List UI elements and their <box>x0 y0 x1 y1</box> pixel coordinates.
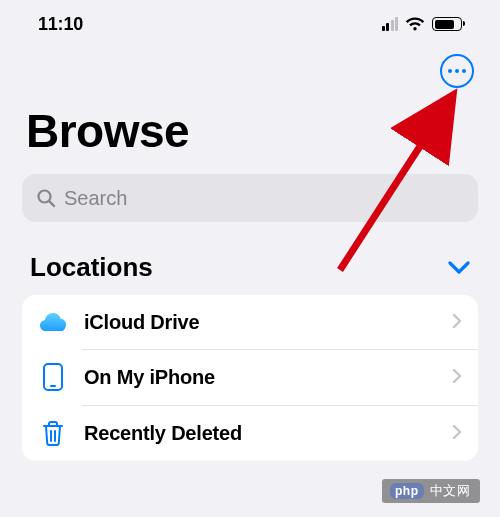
cellular-icon <box>382 17 399 31</box>
svg-line-1 <box>49 201 54 206</box>
location-label: On My iPhone <box>84 366 436 389</box>
chevron-down-icon <box>448 261 470 275</box>
watermark: php 中文网 <box>382 479 480 503</box>
watermark-brand: php <box>390 483 424 499</box>
location-label: iCloud Drive <box>84 311 436 334</box>
location-row-icloud-drive[interactable]: iCloud Drive <box>22 295 478 349</box>
phone-icon <box>38 363 68 391</box>
location-row-on-my-iphone[interactable]: On My iPhone <box>22 349 478 405</box>
status-icons <box>382 17 463 32</box>
chevron-right-icon <box>452 309 462 335</box>
chevron-right-icon <box>452 364 462 390</box>
locations-title: Locations <box>30 252 153 283</box>
status-time: 11:10 <box>38 14 83 35</box>
cloud-icon <box>38 311 68 333</box>
search-input[interactable] <box>64 187 464 210</box>
trash-icon <box>38 419 68 447</box>
wifi-icon <box>405 17 425 32</box>
chevron-right-icon <box>452 420 462 446</box>
toolbar <box>0 44 500 94</box>
locations-header[interactable]: Locations <box>0 222 500 295</box>
watermark-text: 中文网 <box>430 482 471 500</box>
location-row-recently-deleted[interactable]: Recently Deleted <box>22 405 478 461</box>
location-label: Recently Deleted <box>84 422 436 445</box>
locations-list: iCloud Drive On My iPhone Recently Delet… <box>22 295 478 461</box>
more-options-button[interactable] <box>440 54 474 88</box>
battery-icon <box>432 17 462 31</box>
page-title: Browse <box>0 94 500 174</box>
status-bar: 11:10 <box>0 0 500 44</box>
search-field[interactable] <box>22 174 478 222</box>
search-icon <box>36 188 56 208</box>
